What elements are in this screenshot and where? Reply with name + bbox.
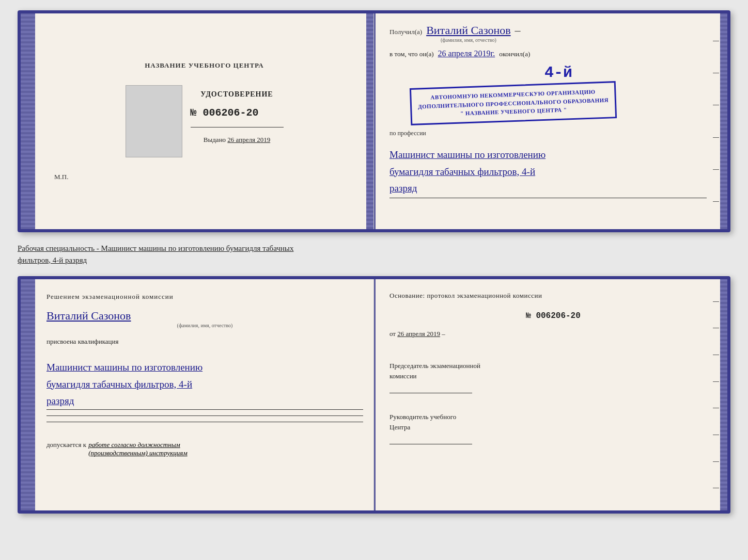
binding-strip-right: [366, 13, 373, 229]
profession-handwritten: Машинист машины по изготовлению бумагидл…: [389, 149, 546, 194]
qual-page-right: Основание: протокол экзаменационной коми…: [374, 279, 727, 510]
qual-binding-left: [21, 279, 35, 510]
qual-binding-right: [720, 279, 727, 510]
cert-number: № 006206-20: [191, 107, 284, 119]
qual-deco-dash-6: [713, 435, 719, 435]
qual-spine-line: [374, 279, 376, 510]
middle-text-static: Рабочая специальность - Машинист машины …: [18, 244, 293, 252]
recipient-prefix: Получил(а): [389, 28, 422, 36]
qual-person-name: Виталий Сазонов: [46, 309, 363, 323]
qual-right-content: Основание: протокол экзаменационной коми…: [389, 292, 717, 444]
qual-deco-dash-4: [713, 381, 719, 382]
from-date-value: 26 апреля 2019: [397, 330, 440, 338]
qual-deco-dash-3: [713, 355, 719, 355]
qual-deco-dash-2: [713, 328, 719, 328]
director-signature-line: [389, 434, 472, 444]
admission-italic: работе согласно должностным (производств…: [88, 441, 188, 457]
protocol-number: № 006206-20: [389, 311, 717, 321]
spine-line: [374, 13, 376, 229]
chairman-label: Председатель экзаменационной комиссии: [389, 361, 717, 381]
page-left-content: НАЗВАНИЕ УЧЕБНОГО ЦЕНТРА УДОСТОВЕРЕНИЕ №…: [54, 24, 354, 219]
stamp-rank: 4-й: [410, 64, 707, 82]
from-date: от 26 апреля 2019 –: [389, 330, 717, 338]
center-label: НАЗВАНИЕ УЧЕБНОГО ЦЕНТРА: [145, 61, 264, 70]
mp-label: М.П.: [54, 173, 68, 181]
body-text-2: окончил(а): [499, 49, 530, 60]
director-label: Руководитель учебного Центра: [389, 412, 717, 432]
qual-qualification-handwritten: Машинист машины по изготовлению бумагидл…: [46, 362, 202, 406]
certificate-book: НАЗВАНИЕ УЧЕБНОГО ЦЕНТРА УДОСТОВЕРЕНИЕ №…: [18, 10, 730, 232]
deco-dash-3: [713, 105, 719, 105]
chairman-signature-line: [389, 383, 472, 393]
deco-dash-4: [713, 137, 719, 138]
stamp-box: АВТОНОМНУЮ НЕКОММЕРЧЕСКУЮ ОРГАНИЗАЦИЮ ДО…: [410, 81, 617, 125]
middle-text-underlined: фильтров, 4-й разряд: [18, 256, 87, 264]
issued-line: Выдано 26 апреля 2019: [191, 136, 284, 144]
admission-prefix: допускается к: [46, 440, 86, 451]
recipient-name: Виталий Сазонов: [426, 24, 510, 37]
qual-deco-dash-8: [713, 488, 719, 488]
qual-title: Решением экзаменационной комиссии: [46, 292, 363, 302]
qual-qualification-label: присвоена квалификация: [46, 337, 363, 347]
foundation-label: Основание: протокол экзаменационной коми…: [389, 292, 717, 300]
right-content: Получил(а) Виталий Сазонов (фамилия, имя…: [389, 24, 707, 198]
qual-deco-dash-1: [713, 301, 719, 302]
qual-deco-dash-5: [713, 408, 719, 408]
photo-placeholder: [126, 85, 182, 157]
deco-dash-1: [713, 41, 719, 41]
qual-decorative-lines: [713, 279, 719, 510]
middle-text: Рабочая специальность - Машинист машины …: [18, 241, 730, 268]
qual-deco-dash-7: [713, 461, 719, 462]
body-text-1: в том, что он(а): [389, 49, 434, 60]
qualification-book: Решением экзаменационной комиссии Витали…: [18, 276, 730, 514]
deco-dash-2: [713, 73, 719, 73]
decorative-lines: [713, 13, 719, 229]
date-handwritten: 26 апреля 2019г.: [438, 49, 495, 58]
cert-page-left: НАЗВАНИЕ УЧЕБНОГО ЦЕНТРА УДОСТОВЕРЕНИЕ №…: [21, 13, 374, 229]
cert-page-right: Получил(а) Виталий Сазонов (фамилия, имя…: [374, 13, 727, 229]
deco-dash-6: [713, 201, 719, 202]
right-binding-strip: [720, 13, 727, 229]
qual-page-left: Решением экзаменационной комиссии Витали…: [21, 279, 374, 510]
recipient-subtitle: (фамилия, имя, отчество): [441, 37, 496, 43]
doc-type-label: УДОСТОВЕРЕНИЕ: [191, 90, 284, 99]
binding-strip-left: [21, 13, 35, 229]
from-label: от: [389, 330, 396, 338]
deco-dash-5: [713, 169, 719, 170]
issued-date: 26 апреля 2019: [227, 136, 270, 143]
profession-prefix: по профессии: [389, 130, 707, 137]
qual-person-subtitle: (фамилия, имя, отчество): [46, 323, 363, 328]
